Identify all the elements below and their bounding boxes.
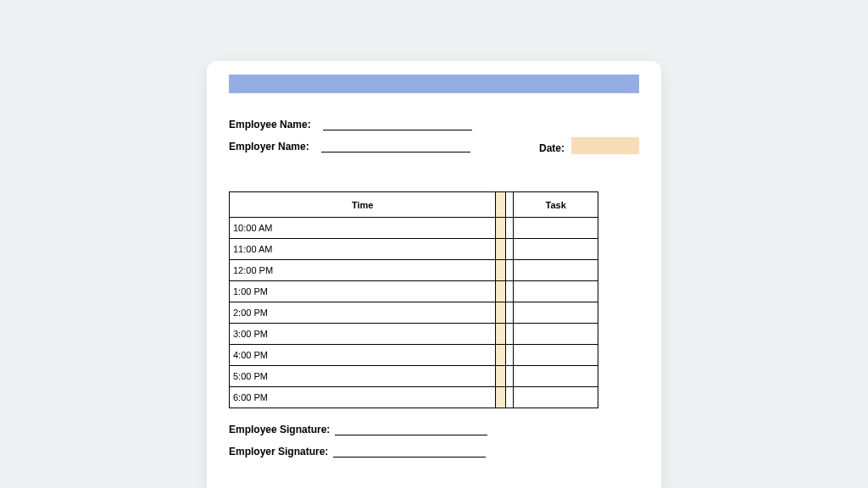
task-cell[interactable] xyxy=(514,345,598,366)
employer-name-input-line[interactable] xyxy=(321,141,470,152)
header-gap1 xyxy=(496,192,506,218)
task-cell[interactable] xyxy=(514,366,598,387)
gap-cell-2 xyxy=(506,302,514,324)
time-cell: 5:00 PM xyxy=(230,366,496,387)
employee-signature-field: Employee Signature: xyxy=(229,424,639,435)
gap-cell-1 xyxy=(496,324,506,345)
gap-cell-1 xyxy=(496,281,506,302)
employee-name-input-line[interactable] xyxy=(323,119,472,130)
schedule-table: Time Task 10:00 AM 11:00 AM xyxy=(229,191,598,408)
gap-cell-2 xyxy=(506,366,514,387)
task-cell[interactable] xyxy=(514,218,598,239)
date-label: Date: xyxy=(539,142,565,154)
employee-name-label: Employee Name: xyxy=(229,119,311,130)
info-area: Employee Name: Employer Name: Date: xyxy=(229,119,639,168)
gap-cell-1 xyxy=(496,387,506,408)
gap-cell-2 xyxy=(506,239,514,260)
date-input-box[interactable] xyxy=(571,137,639,154)
table-row: 2:00 PM xyxy=(230,302,598,324)
time-cell: 11:00 AM xyxy=(230,239,496,260)
task-cell[interactable] xyxy=(514,302,598,324)
gap-cell-1 xyxy=(496,345,506,366)
employer-signature-label: Employer Signature: xyxy=(229,446,328,458)
table-row: 5:00 PM xyxy=(230,366,598,387)
table-row: 3:00 PM xyxy=(230,324,598,345)
table-row: 6:00 PM xyxy=(230,387,598,408)
time-cell: 6:00 PM xyxy=(230,387,496,408)
header-task: Task xyxy=(514,192,598,218)
task-cell[interactable] xyxy=(514,281,598,302)
table-body: 10:00 AM 11:00 AM 12:00 PM xyxy=(230,218,598,408)
gap-cell-2 xyxy=(506,260,514,281)
task-cell[interactable] xyxy=(514,324,598,345)
table-row: 12:00 PM xyxy=(230,260,598,281)
gap-cell-2 xyxy=(506,281,514,302)
table-row: 10:00 AM xyxy=(230,218,598,239)
viewport: Employee Name: Employer Name: Date: xyxy=(0,0,868,488)
task-cell[interactable] xyxy=(514,387,598,408)
employer-signature-field: Employer Signature: xyxy=(229,446,639,458)
header-time: Time xyxy=(230,192,496,218)
time-cell: 2:00 PM xyxy=(230,302,496,324)
task-cell[interactable] xyxy=(514,239,598,260)
gap-cell-1 xyxy=(496,260,506,281)
employee-signature-label: Employee Signature: xyxy=(229,424,330,435)
employer-signature-line[interactable] xyxy=(333,446,486,458)
time-cell: 1:00 PM xyxy=(230,281,496,302)
document-page: Employee Name: Employer Name: Date: xyxy=(207,61,661,488)
table-header-row: Time Task xyxy=(230,192,598,218)
gap-cell-1 xyxy=(496,218,506,239)
employer-name-label: Employer Name: xyxy=(229,141,309,152)
gap-cell-2 xyxy=(506,218,514,239)
time-cell: 12:00 PM xyxy=(230,260,496,281)
header-banner xyxy=(229,75,639,93)
header-gap2 xyxy=(506,192,514,218)
table-row: 11:00 AM xyxy=(230,239,598,260)
employee-name-field: Employee Name: xyxy=(229,119,472,130)
table-row: 4:00 PM xyxy=(230,345,598,366)
employee-signature-line[interactable] xyxy=(335,424,487,435)
time-cell: 4:00 PM xyxy=(230,345,496,366)
employer-name-field: Employer Name: xyxy=(229,141,470,152)
time-cell: 10:00 AM xyxy=(230,218,496,239)
task-cell[interactable] xyxy=(514,260,598,281)
time-cell: 3:00 PM xyxy=(230,324,496,345)
gap-cell-2 xyxy=(506,345,514,366)
gap-cell-1 xyxy=(496,302,506,324)
table-row: 1:00 PM xyxy=(230,281,598,302)
gap-cell-1 xyxy=(496,239,506,260)
gap-cell-1 xyxy=(496,366,506,387)
date-field: Date: xyxy=(539,137,639,154)
gap-cell-2 xyxy=(506,387,514,408)
gap-cell-2 xyxy=(506,324,514,345)
